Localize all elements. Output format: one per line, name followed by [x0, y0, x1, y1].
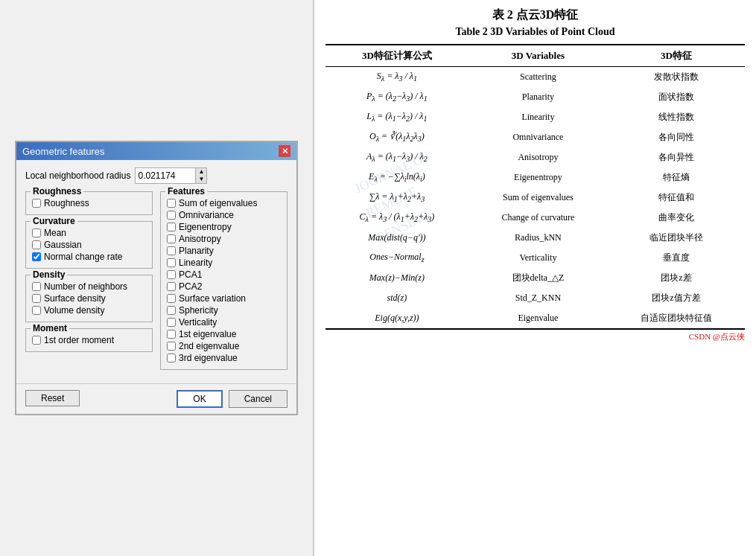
- table-row: Lλ = (λ1−λ2) / λ1Linearity线性指数: [325, 107, 745, 127]
- pca2-check[interactable]: [167, 282, 176, 291]
- feature-cell: 特征值和: [608, 188, 745, 208]
- feat-1st-eigen[interactable]: 1st eigenvalue: [167, 329, 281, 339]
- variable-cell: Verticality: [468, 248, 608, 268]
- density-neighbors[interactable]: Number of neighbors: [32, 281, 146, 292]
- roughness-items: Roughness: [32, 198, 146, 208]
- moment-label: Moment: [31, 323, 69, 333]
- feat-3rd-eigen[interactable]: 3rd eigenvalue: [167, 353, 281, 363]
- ok-button[interactable]: OK: [177, 390, 222, 408]
- volume-density-check[interactable]: [32, 306, 41, 315]
- feat-2nd-eigen[interactable]: 2nd eigenvalue: [167, 341, 281, 351]
- radius-label: Local neighborhood radius: [25, 170, 130, 181]
- normal-change-check[interactable]: [32, 252, 41, 261]
- table-title-cn: 表 2 点云3D特征: [325, 7, 745, 23]
- verticality-check[interactable]: [167, 318, 176, 327]
- feat-omnivariance[interactable]: Omnivariance: [167, 210, 281, 220]
- curvature-mean[interactable]: Mean: [32, 228, 146, 238]
- table-row: Eλ = −∑λiln(λi)Eigenentropy特征熵: [325, 167, 745, 188]
- right-column: Features Sum of eigenvalues Omnivariance…: [160, 191, 288, 376]
- table-row: Pλ = (λ2−λ3) / λ1Planarity面状指数: [325, 87, 745, 107]
- features-columns: Roughness Roughness Curvature Mean Gau: [25, 191, 288, 376]
- variable-cell: Linearity: [468, 107, 608, 127]
- mean-check[interactable]: [32, 229, 41, 237]
- reset-button[interactable]: Reset: [25, 390, 80, 406]
- formula-cell: Eλ = −∑λiln(λi): [325, 167, 468, 188]
- feature-cell: 各向同性: [608, 127, 745, 147]
- density-volume[interactable]: Volume density: [32, 305, 146, 316]
- feat-verticality[interactable]: Verticality: [167, 317, 281, 327]
- roughness-roughness[interactable]: Roughness: [32, 198, 146, 208]
- moment-group: Moment 1st order moment: [25, 328, 153, 352]
- variable-cell: Sum of eigenvalues: [468, 188, 608, 208]
- radius-row: Local neighborhood radius ▲ ▼: [25, 167, 288, 184]
- spinner-down[interactable]: ▼: [196, 176, 206, 183]
- spinner-up[interactable]: ▲: [196, 168, 206, 176]
- table-row: std(z)Std_Z_KNN团块z值方差: [325, 288, 745, 308]
- feat-planarity[interactable]: Planarity: [167, 246, 281, 256]
- table-header-row: 3D特征计算公式 3D Variables 3D特征: [325, 45, 745, 67]
- col-variable: 3D Variables: [468, 45, 608, 67]
- curvature-gaussian[interactable]: Gaussian: [32, 240, 146, 250]
- omnivariance-check[interactable]: [167, 211, 176, 220]
- csdn-badge: CSDN @点云侠: [325, 331, 745, 342]
- variable-cell: Scattering: [468, 67, 608, 88]
- cancel-button[interactable]: Cancel: [229, 390, 288, 408]
- density-items: Number of neighbors Surface density Volu…: [32, 281, 146, 316]
- curvature-label: Curvature: [31, 216, 77, 226]
- features-items: Sum of eigenvalues Omnivariance Eigenent…: [167, 198, 281, 363]
- feature-cell: 团块z差: [608, 268, 745, 288]
- dialog-titlebar: Geometric features ✕: [16, 142, 296, 160]
- left-column: Roughness Roughness Curvature Mean Gau: [25, 191, 153, 376]
- radius-spinner[interactable]: ▲ ▼: [195, 168, 206, 183]
- eigenentropy-check[interactable]: [167, 223, 176, 231]
- roughness-label: Roughness: [31, 186, 83, 196]
- 3rd-eigen-check[interactable]: [167, 354, 176, 362]
- formula-cell: Oλ = ∛(λ1λ2λ3): [325, 127, 468, 147]
- anisotropy-check[interactable]: [167, 234, 176, 243]
- formula-cell: Sλ = λ3 / λ1: [325, 67, 468, 88]
- feat-linearity[interactable]: Linearity: [167, 258, 281, 268]
- surface-var-check[interactable]: [167, 294, 176, 303]
- 1st-moment-check[interactable]: [32, 336, 41, 345]
- variable-cell: Omnivariance: [468, 127, 608, 147]
- variable-cell: Change of curvature: [468, 208, 608, 228]
- neighbors-check[interactable]: [32, 282, 41, 291]
- radius-input-group[interactable]: ▲ ▼: [135, 167, 207, 184]
- table-row: Ones−NormalzVerticality垂直度: [325, 248, 745, 268]
- features-group: Features Sum of eigenvalues Omnivariance…: [160, 191, 288, 370]
- surface-density-check[interactable]: [32, 294, 41, 303]
- radius-input[interactable]: [136, 170, 195, 182]
- moment-1st[interactable]: 1st order moment: [32, 335, 146, 345]
- formula-cell: Lλ = (λ1−λ2) / λ1: [325, 107, 468, 127]
- moment-items: 1st order moment: [32, 335, 146, 345]
- sphericity-check[interactable]: [167, 306, 176, 315]
- roughness-roughness-check[interactable]: [32, 199, 41, 208]
- curvature-group: Curvature Mean Gaussian Normal change ra…: [25, 221, 153, 269]
- table-row: Sλ = λ3 / λ1Scattering发散状指数: [325, 67, 745, 88]
- sum-eigen-check[interactable]: [167, 199, 176, 208]
- density-surface[interactable]: Surface density: [32, 293, 146, 304]
- 2nd-eigen-check[interactable]: [167, 342, 176, 351]
- col-formula: 3D特征计算公式: [325, 45, 468, 67]
- variable-cell: Planarity: [468, 87, 608, 107]
- pca1-check[interactable]: [167, 270, 176, 279]
- feat-sphericity[interactable]: Sphericity: [167, 305, 281, 316]
- planarity-check[interactable]: [167, 246, 176, 255]
- formula-cell: Ones−Normalz: [325, 248, 468, 268]
- feat-eigenentropy[interactable]: Eigenentropy: [167, 222, 281, 232]
- feat-pca2[interactable]: PCA2: [167, 281, 281, 292]
- feat-pca1[interactable]: PCA1: [167, 269, 281, 280]
- linearity-check[interactable]: [167, 258, 176, 267]
- variable-cell: Std_Z_KNN: [468, 288, 608, 308]
- gaussian-check[interactable]: [32, 240, 41, 249]
- 1st-eigen-check[interactable]: [167, 330, 176, 339]
- feat-surface-var[interactable]: Surface variation: [167, 293, 281, 304]
- table-title-en: Table 2 3D Variables of Point Cloud: [325, 26, 745, 38]
- features-label: Features: [165, 186, 207, 196]
- table-panel: JOURNAL OFREMOTESENSING 表 2 点云3D特征 Table…: [314, 0, 756, 556]
- close-button[interactable]: ✕: [279, 145, 290, 157]
- curvature-normal-change[interactable]: Normal change rate: [32, 252, 146, 262]
- density-group: Density Number of neighbors Surface dens…: [25, 275, 153, 322]
- feat-sum-eigen[interactable]: Sum of eigenvalues: [167, 198, 281, 208]
- feat-anisotropy[interactable]: Anisotropy: [167, 234, 281, 244]
